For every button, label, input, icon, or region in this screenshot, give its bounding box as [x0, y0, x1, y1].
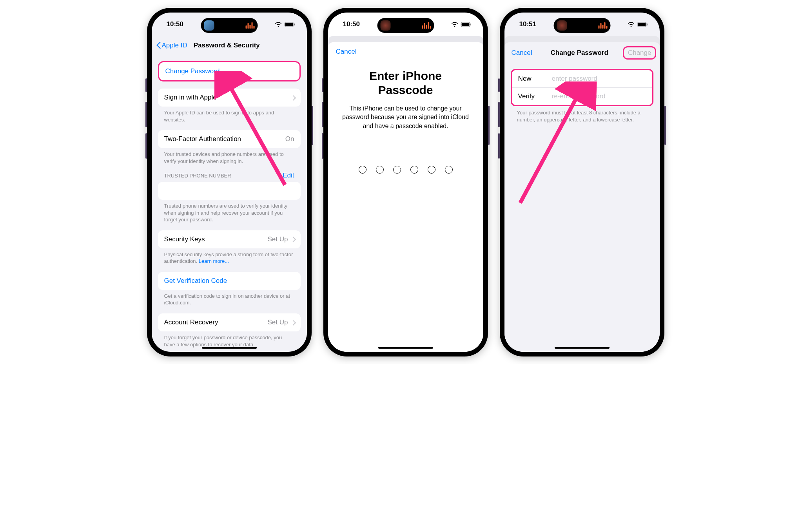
svg-rect-5 — [461, 23, 469, 26]
password-requirements: Your password must be at least 8 charact… — [504, 106, 660, 123]
status-time: 10:51 — [519, 20, 536, 28]
svg-rect-2 — [294, 24, 295, 25]
change-button-highlight: Change — [623, 46, 657, 60]
status-time: 10:50 — [343, 20, 360, 28]
account-recovery-group: Account Recovery Set Up — [158, 313, 301, 331]
get-code-button[interactable]: Get Verification Code — [158, 272, 301, 290]
cancel-button[interactable]: Cancel — [328, 48, 483, 56]
trusted-header: TRUSTED PHONE NUMBER Edit — [158, 165, 301, 179]
change-button[interactable]: Change — [628, 49, 651, 56]
cancel-button[interactable]: Cancel — [512, 49, 532, 57]
trusted-number-row[interactable] — [158, 182, 301, 200]
passcode-sheet: Cancel Enter iPhone Passcode This iPhone… — [328, 42, 483, 352]
nav-bar: Apple ID Password & Security — [152, 36, 307, 55]
trusted-number-group — [158, 182, 301, 200]
battery-icon — [461, 22, 472, 27]
svg-rect-1 — [285, 23, 293, 26]
account-recovery-footer: If you forget your password or device pa… — [158, 331, 301, 348]
screen-3: 10:51 Cancel Change Password Change New — [504, 13, 660, 352]
new-label: New — [518, 75, 546, 83]
trusted-footer: Trusted phone numbers are used to verify… — [158, 200, 301, 223]
passcode-dot — [359, 166, 366, 174]
verify-label: Verify — [518, 92, 546, 100]
status-time: 10:50 — [167, 20, 183, 28]
dynamic-island — [553, 18, 610, 33]
screen-2: 10:50 Cancel Enter iPhone Passcode This … — [328, 13, 483, 352]
phone-1: 10:50 Apple ID Password & Security Chang… — [147, 8, 312, 356]
trusted-header-label: TRUSTED PHONE NUMBER — [164, 173, 231, 179]
signin-apple-row[interactable]: Sign in with Apple — [158, 89, 301, 107]
get-code-label: Get Verification Code — [164, 277, 227, 285]
battery-icon — [284, 22, 295, 27]
security-keys-footer: Physical security keys provide a strong … — [158, 248, 301, 265]
security-keys-value: Set Up — [268, 235, 288, 243]
signin-apple-group: Sign in with Apple — [158, 89, 301, 107]
sheet-description: This iPhone can be used to change your p… — [328, 104, 483, 130]
change-password-group: Change Password — [158, 61, 301, 81]
twofa-value: On — [285, 135, 294, 143]
twofa-row[interactable]: Two-Factor Authentication On — [158, 130, 301, 148]
passcode-dots[interactable] — [328, 166, 483, 174]
island-app-icon — [204, 20, 214, 31]
home-indicator[interactable] — [555, 347, 610, 349]
learn-more-link[interactable]: Learn more... — [199, 258, 229, 264]
modal-title: Change Password — [550, 49, 608, 57]
twofa-group: Two-Factor Authentication On — [158, 130, 301, 148]
password-form: New Verify — [511, 69, 653, 106]
home-indicator[interactable] — [202, 347, 257, 349]
back-label: Apple ID — [162, 42, 187, 49]
chevron-right-icon — [291, 320, 294, 325]
change-password-button[interactable]: Change Password — [159, 62, 299, 80]
signin-apple-footer: Your Apple ID can be used to sign in to … — [158, 107, 301, 123]
sheet-title: Enter iPhone Passcode — [328, 69, 483, 97]
audio-bars-icon — [422, 22, 431, 29]
wifi-icon — [275, 22, 282, 27]
audio-bars-icon — [598, 22, 607, 29]
modal-nav: Cancel Change Password Change — [504, 42, 660, 62]
new-password-input[interactable] — [552, 75, 646, 83]
new-password-row: New — [512, 70, 652, 87]
dynamic-island — [377, 18, 434, 33]
twofa-footer: Your trusted devices and phone numbers a… — [158, 148, 301, 165]
passcode-dot — [445, 166, 453, 174]
island-app-icon — [380, 20, 390, 31]
page-title: Password & Security — [194, 42, 260, 49]
wifi-icon — [628, 22, 635, 27]
chevron-right-icon — [291, 237, 294, 242]
battery-icon — [637, 22, 648, 27]
account-recovery-value: Set Up — [268, 318, 288, 326]
svg-rect-6 — [470, 24, 471, 25]
screen-1: 10:50 Apple ID Password & Security Chang… — [152, 13, 307, 352]
passcode-dot — [410, 166, 418, 174]
get-code-footer: Get a verification code to sign in on an… — [158, 290, 301, 306]
passcode-dot — [393, 166, 401, 174]
dynamic-island — [201, 18, 258, 33]
home-indicator[interactable] — [378, 347, 433, 349]
account-recovery-label: Account Recovery — [164, 318, 218, 326]
security-keys-row[interactable]: Security Keys Set Up — [158, 230, 301, 248]
verify-password-input[interactable] — [552, 92, 646, 100]
passcode-dot — [428, 166, 435, 174]
phone-3: 10:51 Cancel Change Password Change New — [500, 8, 664, 356]
edit-button[interactable]: Edit — [283, 172, 294, 179]
security-keys-label: Security Keys — [164, 235, 205, 243]
trusted-number-value — [164, 187, 166, 195]
phone-2: 10:50 Cancel Enter iPhone Passcode This … — [323, 8, 488, 356]
security-keys-group: Security Keys Set Up — [158, 230, 301, 248]
account-recovery-row[interactable]: Account Recovery Set Up — [158, 313, 301, 331]
signin-apple-label: Sign in with Apple — [164, 94, 217, 101]
verify-password-row: Verify — [512, 87, 652, 105]
twofa-label: Two-Factor Authentication — [164, 135, 241, 143]
back-button[interactable]: Apple ID — [156, 42, 187, 49]
chevron-left-icon — [156, 42, 161, 49]
audio-bars-icon — [245, 22, 254, 29]
svg-rect-9 — [647, 24, 648, 25]
passcode-dot — [376, 166, 384, 174]
chevron-right-icon — [291, 95, 294, 100]
wifi-icon — [451, 22, 458, 27]
change-password-label: Change Password — [165, 67, 220, 75]
get-code-group: Get Verification Code — [158, 272, 301, 290]
change-password-sheet: Cancel Change Password Change New Verify… — [504, 42, 660, 352]
island-app-icon — [557, 20, 567, 31]
svg-rect-8 — [638, 23, 646, 26]
